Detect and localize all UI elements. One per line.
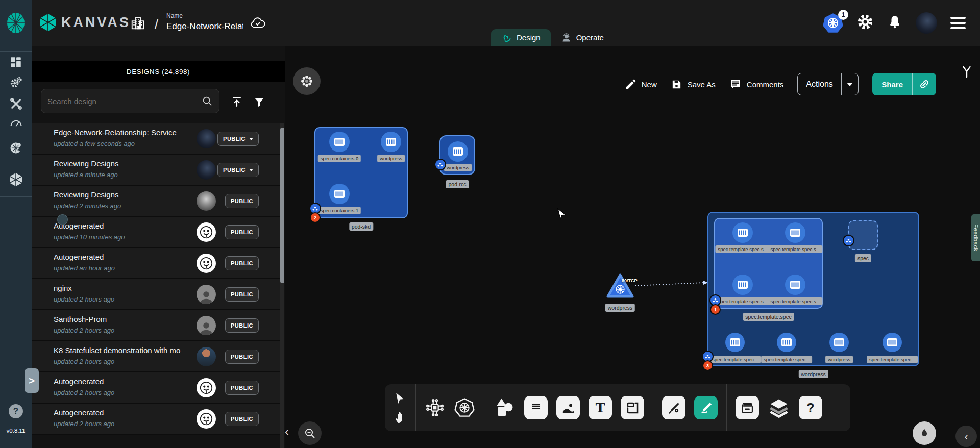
node-deployment-wordpress[interactable]: spec.template.spec.s... spec.template.sp… (707, 212, 919, 366)
component-tool[interactable] (425, 397, 445, 418)
share-button[interactable]: Share (872, 73, 936, 95)
design-row[interactable]: K8 Statefulset demonstration with mo upd… (32, 341, 280, 372)
node-container[interactable] (883, 333, 902, 352)
visibility-badge[interactable]: PUBLIC (225, 225, 259, 239)
node-service-wordpress[interactable] (605, 272, 635, 299)
tab-operate[interactable]: Operate (551, 29, 614, 46)
sidebar-item-performance[interactable] (0, 113, 32, 134)
design-row[interactable]: Reviewing Designs updated a minute ago P… (32, 155, 280, 186)
meshery-logo[interactable] (0, 0, 32, 46)
design-row[interactable]: Santhosh-Prom updated 2 hours ago PUBLIC (32, 310, 280, 341)
drawer-tool[interactable] (736, 396, 759, 419)
design-row[interactable]: Autogenerated updated an hour ago PUBLIC (32, 248, 280, 279)
comment-tool[interactable] (524, 396, 548, 419)
dock-toggle-icon[interactable] (961, 65, 973, 81)
locate-button[interactable] (913, 421, 936, 445)
node-spec[interactable]: spec (848, 220, 878, 250)
shapes-tool[interactable] (493, 396, 516, 419)
visibility-badge[interactable]: PUBLIC (225, 256, 259, 270)
edge-pen-tool[interactable] (662, 396, 685, 419)
toolbar-help-button[interactable]: ? (799, 396, 822, 419)
sidebar-item-configuration[interactable] (0, 93, 32, 114)
kubernetes-context-button[interactable]: 1 (823, 13, 843, 33)
design-name-input[interactable] (166, 20, 243, 35)
expand-sidebar-button[interactable]: > (24, 368, 39, 393)
import-design-button[interactable] (228, 93, 246, 111)
node-container[interactable] (785, 275, 805, 295)
node-container[interactable] (785, 222, 805, 243)
design-row[interactable]: Reviewing Designs updated 2 minutes ago … (32, 186, 280, 217)
node-container[interactable] (448, 141, 468, 162)
collapse-right-dock-button[interactable]: ‹ (955, 426, 977, 447)
tab-design[interactable]: Design (491, 29, 551, 46)
design-row[interactable]: Autogenerated updated 2 hours ago PUBLIC (32, 404, 280, 435)
node-pod-skd[interactable]: spec.containers.0 wordpress spec.contain… (314, 127, 408, 218)
visibility-badge[interactable]: PUBLIC (217, 163, 259, 177)
node-container[interactable] (829, 333, 849, 352)
error-badge[interactable]: 1 (711, 305, 720, 314)
node-container[interactable] (725, 333, 745, 352)
pod-badge-icon[interactable] (710, 295, 720, 305)
visibility-badge[interactable]: PUBLIC (225, 287, 259, 302)
design-row[interactable]: Autogenerated updated 2 hours ago PUBLIC (32, 372, 280, 404)
node-container[interactable] (329, 132, 350, 152)
image-tool[interactable] (556, 396, 580, 419)
notifications-button[interactable] (887, 14, 902, 32)
filter-designs-button[interactable] (250, 93, 268, 111)
search-box[interactable] (41, 89, 219, 113)
design-row[interactable]: nginx updated 2 hours ago PUBLIC (32, 279, 280, 310)
sidebar-item-kanvas[interactable] (0, 169, 32, 190)
pod-badge-icon[interactable] (844, 236, 853, 245)
new-button[interactable]: New (625, 79, 657, 90)
help-button[interactable]: ? (9, 404, 23, 418)
search-input[interactable] (47, 97, 202, 106)
visibility-badge[interactable]: PUBLIC (225, 412, 259, 426)
sidebar-item-extensions[interactable] (0, 138, 32, 158)
freehand-draw-tool[interactable] (694, 396, 718, 419)
design-row[interactable]: Edge-Network-Relationship: Service updat… (32, 123, 280, 155)
copy-link-button[interactable] (913, 73, 936, 95)
select-tool[interactable] (394, 392, 407, 405)
actions-dropdown-button[interactable]: Actions (797, 73, 859, 95)
visibility-badge[interactable]: PUBLIC (225, 350, 259, 364)
kubernetes-tool[interactable] (454, 397, 475, 418)
zoom-button[interactable] (298, 421, 322, 445)
node-container[interactable] (381, 132, 401, 152)
menu-button[interactable] (950, 17, 966, 29)
node-container[interactable] (329, 184, 350, 204)
user-avatar[interactable] (916, 12, 937, 34)
feedback-tab[interactable]: Feedback (971, 214, 980, 261)
layers-tool[interactable] (768, 396, 790, 419)
text-tool[interactable]: T (589, 396, 612, 419)
sidebar-item-lifecycle[interactable] (0, 72, 32, 93)
node-label: spec.containers.1 (318, 207, 361, 214)
settings-button[interactable] (856, 13, 874, 33)
list-scrollbar-thumb[interactable] (280, 128, 284, 283)
error-badge[interactable]: 3 (703, 361, 712, 370)
pod-badge-icon[interactable] (435, 160, 445, 169)
visibility-badge[interactable]: PUBLIC (217, 132, 259, 146)
pod-badge-icon[interactable] (703, 352, 713, 361)
design-row[interactable]: Autogenerated updated 10 minutes ago PUB… (32, 217, 280, 248)
node-pod-rcc[interactable]: wordpress pod-rcc (439, 135, 475, 175)
pod-badge-icon[interactable] (310, 204, 320, 213)
save-as-button[interactable]: Save As (671, 79, 716, 90)
node-container[interactable] (777, 333, 796, 352)
comments-button[interactable]: Comments (729, 78, 784, 90)
design-canvas[interactable]: New Save As Comments Actions Share (285, 46, 980, 448)
node-container[interactable] (732, 275, 753, 295)
organization-icon[interactable] (130, 15, 145, 33)
collapse-left-dock-icon[interactable]: ‹ (285, 425, 289, 439)
node-container[interactable] (732, 222, 753, 243)
pan-tool[interactable] (394, 411, 407, 424)
visibility-badge[interactable]: PUBLIC (225, 194, 259, 208)
visibility-badge[interactable]: PUBLIC (225, 381, 259, 395)
visibility-badge[interactable]: PUBLIC (225, 318, 259, 333)
kanvas-logo[interactable]: KANVAS (40, 13, 131, 32)
error-badge[interactable]: 2 (311, 213, 320, 222)
frame-tool[interactable] (621, 396, 644, 419)
cluster-fab-button[interactable] (293, 67, 321, 95)
sidebar-item-dashboard[interactable] (0, 52, 32, 72)
node-spec-template[interactable]: spec.template.spec.s... spec.template.sp… (714, 218, 823, 309)
actions-caret-icon[interactable] (842, 73, 858, 95)
